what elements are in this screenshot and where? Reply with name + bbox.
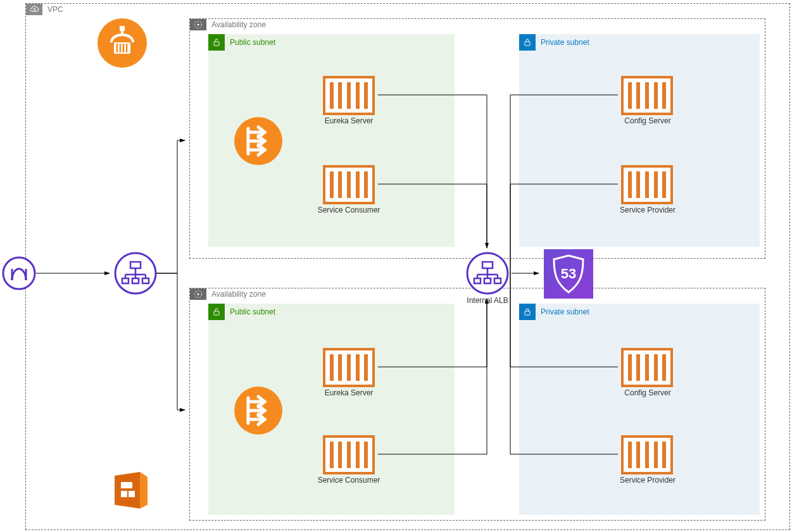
provider2-label: Service Provider: [615, 476, 680, 485]
public1-label: Public subnet: [230, 38, 275, 47]
lock-icon: [523, 38, 532, 47]
nat-gateway-1-icon: [234, 117, 282, 165]
lock-open-icon: [212, 38, 221, 47]
public1-badge: [208, 34, 225, 51]
ecr-icon: [97, 18, 147, 68]
svg-point-2: [198, 24, 199, 26]
consumer1-label: Service Consumer: [317, 206, 381, 214]
az2-badge: [190, 288, 206, 300]
nat-gateway-2-icon: [234, 387, 282, 435]
lock-icon: [523, 307, 532, 316]
svg-rect-48: [120, 26, 125, 31]
svg-marker-51: [140, 472, 148, 509]
eureka1-label: Eureka Server: [317, 116, 381, 125]
private2-badge: [519, 304, 536, 320]
svg-rect-8: [525, 311, 530, 315]
internal-alb-label: Internal ALB: [462, 296, 513, 305]
az1-label: Availability zone: [211, 20, 266, 29]
az2-label: Availability zone: [211, 290, 266, 299]
svg-rect-54: [129, 491, 135, 497]
cloud-lock-icon: [28, 6, 40, 13]
svg-point-6: [198, 294, 199, 295]
route53-icon: 53: [544, 249, 593, 299]
config2-label: Config Server: [615, 388, 680, 397]
lock-open-icon: [212, 307, 221, 316]
public2-badge: [208, 304, 225, 320]
internet-gateway-icon: [2, 256, 36, 290]
consumer2-label: Service Consumer: [317, 476, 381, 485]
diagram-canvas: VPC Availability zone Public subnet: [0, 0, 792, 532]
svg-rect-53: [121, 491, 127, 497]
public2-label: Public subnet: [230, 307, 275, 316]
private-subnet-1: Private subnet: [519, 34, 760, 247]
private1-label: Private subnet: [541, 38, 589, 47]
svg-text:53: 53: [561, 266, 576, 281]
vpc-label: VPC: [47, 5, 63, 14]
private2-label: Private subnet: [541, 307, 589, 316]
svg-rect-3: [214, 42, 219, 46]
svg-rect-52: [121, 482, 132, 488]
location-dashed-icon: [194, 20, 203, 29]
svg-marker-50: [115, 472, 140, 509]
svg-rect-7: [214, 311, 219, 315]
config1-label: Config Server: [615, 116, 680, 125]
eureka2-label: Eureka Server: [317, 388, 381, 397]
az1-badge: [190, 19, 206, 30]
vpc-badge: [26, 4, 42, 15]
private1-badge: [519, 34, 536, 51]
location-dashed-icon: [194, 290, 203, 299]
ecs-icon: [107, 469, 153, 515]
internal-alb-icon: [466, 252, 509, 295]
svg-rect-0: [34, 9, 35, 11]
svg-rect-4: [525, 42, 530, 46]
svg-point-17: [3, 257, 35, 289]
external-alb-icon: [114, 252, 157, 295]
provider1-label: Service Provider: [615, 206, 680, 214]
